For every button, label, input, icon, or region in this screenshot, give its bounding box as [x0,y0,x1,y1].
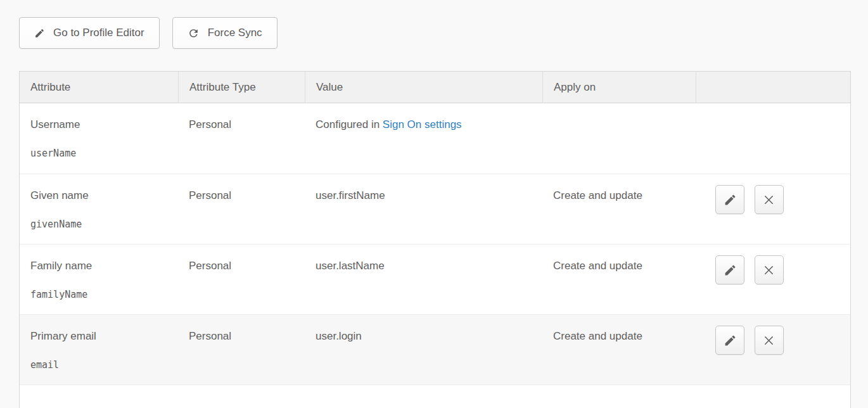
attribute-cell: Family name familyName [20,244,178,314]
apply-on-cell [542,103,696,174]
attribute-label: Primary email [30,330,172,343]
table-header-row: Attribute Attribute Type Value Apply on [20,72,850,103]
column-header-attribute-type: Attribute Type [178,72,305,103]
x-icon [762,264,775,277]
edit-attribute-button[interactable] [715,326,744,355]
table-row-username: Username userName Personal Configured in… [20,103,850,174]
edit-attribute-button[interactable] [715,185,744,214]
actions-cell [696,174,850,244]
button-label: Force Sync [208,27,262,39]
column-header-attribute: Attribute [20,72,178,103]
pencil-icon [34,28,45,39]
apply-on-cell: Create and update [542,244,696,314]
column-header-apply-on: Apply on [542,72,696,103]
delete-attribute-button[interactable] [755,185,784,214]
x-icon [762,193,775,207]
attribute-cell: Primary email email [20,314,178,385]
value-cell: user.login [305,314,542,385]
attribute-type-cell: Personal [178,314,305,385]
apply-on-cell: Create and update [542,314,696,385]
table-row-given-name: Given name givenName Personal user.first… [20,174,850,244]
column-header-actions [696,72,850,103]
attribute-cell: Given name givenName [20,174,178,244]
attribute-label: Given name [30,189,172,202]
table-row-partial [20,385,850,408]
attribute-variable: userName [30,148,172,159]
page: Go to Profile Editor Force Sync Attribut… [0,0,868,408]
attribute-variable: familyName [30,289,172,300]
attribute-label: Family name [30,260,172,272]
actions-cell [696,314,850,385]
sign-on-settings-link[interactable]: Sign On settings [383,118,462,131]
value-cell: user.firstName [305,174,542,244]
refresh-icon [188,27,200,39]
attribute-label: Username [30,118,172,131]
table-row-family-name: Family name familyName Personal user.las… [20,244,850,314]
attribute-type-cell: Personal [178,103,305,174]
value-text: Configured in [316,118,383,131]
edit-attribute-button[interactable] [715,255,744,284]
attribute-type-cell: Personal [178,244,305,314]
attribute-variable: email [30,359,172,371]
force-sync-button[interactable]: Force Sync [172,17,278,49]
column-header-value: Value [305,72,542,103]
attribute-cell: Username userName [20,103,178,174]
toolbar: Go to Profile Editor Force Sync [19,17,851,49]
button-label: Go to Profile Editor [53,27,144,39]
attribute-type-cell: Personal [178,174,305,244]
attribute-mapping-table: Attribute Attribute Type Value Apply on … [19,71,851,408]
apply-on-cell: Create and update [542,174,696,244]
actions-cell [696,244,850,314]
delete-attribute-button[interactable] [755,326,784,355]
pencil-icon [724,264,737,277]
go-to-profile-editor-button[interactable]: Go to Profile Editor [19,17,160,49]
pencil-icon [724,334,737,347]
table-row-primary-email: Primary email email Personal user.login … [20,314,850,385]
pencil-icon [724,193,737,207]
actions-cell [696,103,850,174]
attribute-variable: givenName [30,219,172,230]
delete-attribute-button[interactable] [755,255,784,284]
value-cell: Configured in Sign On settings [305,103,542,174]
x-icon [762,334,775,347]
value-cell: user.lastName [305,244,542,314]
